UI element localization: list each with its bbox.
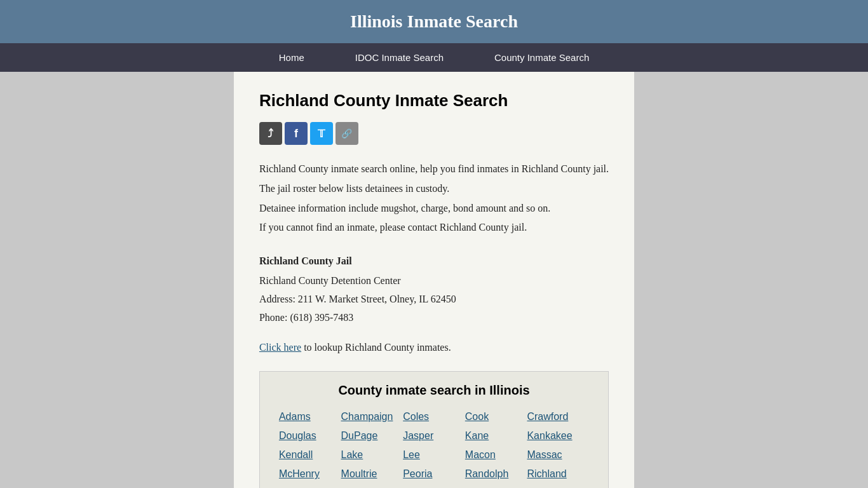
county-link-sangamon[interactable]: Sangamon <box>279 485 341 488</box>
desc-line-1: Richland County inmate search online, he… <box>259 160 609 179</box>
county-link-adams[interactable]: Adams <box>279 409 341 424</box>
jail-name: Richland County Jail <box>259 252 609 271</box>
county-link-coles[interactable]: Coles <box>403 409 465 424</box>
share-button[interactable]: ⤴ <box>259 122 282 145</box>
jail-phone: Phone: (618) 395-7483 <box>259 309 609 327</box>
county-list-title: County inmate search in Illinois <box>260 372 608 409</box>
desc-line-2: The jail roster below lists detainees in… <box>259 180 609 198</box>
county-link-lake[interactable]: Lake <box>341 447 403 463</box>
county-link-peoria[interactable]: Peoria <box>403 466 465 482</box>
county-link-massac[interactable]: Massac <box>527 447 589 463</box>
county-link-schuyler[interactable]: Schuyler <box>341 485 403 488</box>
nav-home[interactable]: Home <box>254 43 330 72</box>
county-link-champaign[interactable]: Champaign <box>341 409 403 424</box>
county-link-st--clair[interactable]: St. Clair <box>403 485 465 488</box>
jail-address: Address: 211 W. Market Street, Olney, IL… <box>259 290 609 309</box>
county-link-macon[interactable]: Macon <box>465 447 527 463</box>
desc-line-3: Detainee information include mugshot, ch… <box>259 200 609 218</box>
county-link-mchenry[interactable]: McHenry <box>279 466 341 482</box>
jail-info: Richland County Jail Richland County Det… <box>259 252 609 327</box>
description: Richland County inmate search online, he… <box>259 160 609 237</box>
social-buttons: ⤴ f 𝕋 🔗 <box>259 122 609 145</box>
right-sidebar <box>733 72 868 488</box>
county-link-dupage[interactable]: DuPage <box>341 428 403 444</box>
nav-county[interactable]: County Inmate Search <box>469 43 614 72</box>
main-content: Richland County Inmate Search ⤴ f 𝕋 🔗 Ri… <box>234 72 634 488</box>
county-link-stephenson[interactable]: Stephenson <box>465 485 527 488</box>
county-link-randolph[interactable]: Randolph <box>465 466 527 482</box>
county-link-moultrie[interactable]: Moultrie <box>341 466 403 482</box>
left-sidebar <box>0 72 135 488</box>
copy-link-button[interactable]: 🔗 <box>336 122 358 145</box>
click-here-suffix: to lookup Richland County inmates. <box>301 342 451 353</box>
county-link-jasper[interactable]: Jasper <box>403 428 465 444</box>
county-link-douglas[interactable]: Douglas <box>279 428 341 444</box>
click-here-section: Click here to lookup Richland County inm… <box>259 342 609 353</box>
site-nav: Home IDOC Inmate Search County Inmate Se… <box>0 43 868 72</box>
site-title: Illinois Inmate Search <box>350 11 518 31</box>
county-link-lee[interactable]: Lee <box>403 447 465 463</box>
facebook-button[interactable]: f <box>285 122 308 145</box>
click-here-link[interactable]: Click here <box>259 342 301 353</box>
county-link-richland[interactable]: Richland <box>527 466 589 482</box>
county-list-section: County inmate search in Illinois AdamsCh… <box>259 371 609 488</box>
county-link-wabash[interactable]: Wabash <box>527 485 589 488</box>
county-link-crawford[interactable]: Crawford <box>527 409 589 424</box>
nav-idoc[interactable]: IDOC Inmate Search <box>330 43 469 72</box>
page-heading: Richland County Inmate Search <box>259 91 609 111</box>
county-link-kendall[interactable]: Kendall <box>279 447 341 463</box>
twitter-button[interactable]: 𝕋 <box>310 122 333 145</box>
jail-facility: Richland County Detention Center <box>259 272 609 290</box>
county-grid: AdamsChampaignColesCookCrawfordDouglasDu… <box>260 409 608 488</box>
county-link-kankakee[interactable]: Kankakee <box>527 428 589 444</box>
county-link-kane[interactable]: Kane <box>465 428 527 444</box>
county-link-cook[interactable]: Cook <box>465 409 527 424</box>
site-header: Illinois Inmate Search <box>0 0 868 43</box>
desc-line-4: If you cannot find an inmate, please con… <box>259 219 609 237</box>
